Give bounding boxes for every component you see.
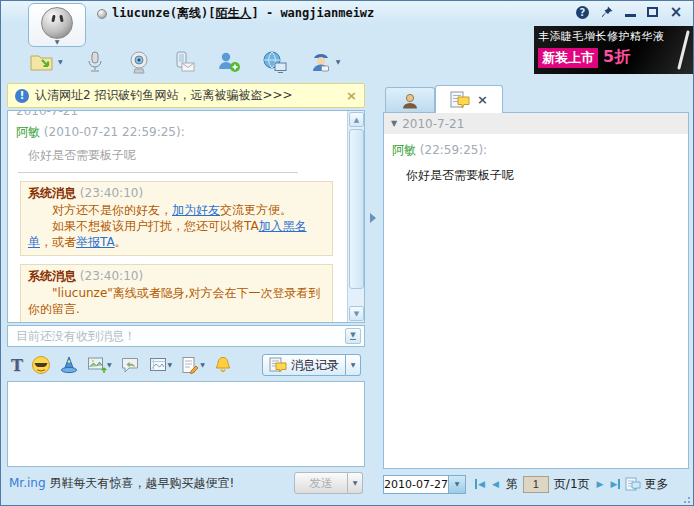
add-as-friend-link[interactable]: 加为好友 xyxy=(172,203,220,217)
system-message-box-2: 系统消息 (23:40:10) "liucunze"离线或者隐身,对方会在下一次… xyxy=(20,264,333,322)
voice-chat-button[interactable] xyxy=(78,47,112,77)
magic-hat-icon xyxy=(59,355,79,375)
send-picture-icon xyxy=(87,355,107,375)
message-history-button[interactable]: 消息记录 ▼ xyxy=(262,354,361,376)
message-separator xyxy=(18,172,298,173)
system-message-box-1: 系统消息 (23:40:10) 对方还不是你的好友，加为好友交流更方便。 如果不… xyxy=(20,181,333,256)
splitter-expand-icon[interactable] xyxy=(370,213,376,223)
send-file-button[interactable]: ▼ xyxy=(23,47,69,77)
scroll-up-icon[interactable]: ▲ xyxy=(349,112,364,127)
screenshot-dropdown-icon[interactable]: ▼ xyxy=(168,362,173,368)
title-bar[interactable]: liucunze(离线)[陌生人] - wangjianmeiwz ? × xyxy=(1,1,693,25)
report-ta-link[interactable]: 举报TA xyxy=(76,235,115,249)
report-dropdown-icon[interactable]: ▼ xyxy=(336,59,341,65)
message-history-icon xyxy=(269,357,287,373)
ad-banner-line1: 丰添睫毛增长修护精华液 xyxy=(538,29,690,44)
note-pen-icon xyxy=(180,355,200,375)
resize-grip[interactable] xyxy=(680,493,690,503)
avatar-dropdown-icon[interactable]: ▼ xyxy=(55,39,60,45)
ad-banner-discount: 5折 xyxy=(603,47,630,68)
scrollbar-thumb[interactable] xyxy=(349,129,364,289)
avatar-image xyxy=(41,7,73,39)
message-input[interactable] xyxy=(7,381,365,467)
scroll-to-bottom-button[interactable]: ▼ xyxy=(345,328,361,344)
history-view-panel: ▼ 2010-7-21 阿敏 (22:59:25): 你好是否需要板子呢 xyxy=(383,112,689,469)
message-history-label: 消息记录 xyxy=(291,357,339,374)
message-time: (2010-07-21 22:59:25): xyxy=(44,125,185,139)
scroll-down-icon[interactable]: ▼ xyxy=(349,306,364,321)
system-message-title: 系统消息 xyxy=(28,269,76,283)
chat-history-panel: 2010-7-21 阿敏 (2010-07-21 22:59:25): 你好是否… xyxy=(7,110,365,323)
notice-close-icon[interactable]: × xyxy=(346,88,357,103)
title-text-suffix: ] - wangjianmeiwz xyxy=(251,6,374,20)
report-user-button[interactable]: ▼ xyxy=(303,47,347,77)
video-chat-button[interactable] xyxy=(121,47,157,77)
history-pagination-bar: 2010-07-27 ▼ ◀ ◀ 第 页/1页 ▶ ▶ 更多 xyxy=(383,472,689,496)
panel-splitter[interactable] xyxy=(367,83,380,495)
last-page-icon[interactable]: ▶ xyxy=(608,479,620,489)
next-page-icon[interactable]: ▶ xyxy=(595,479,606,489)
history-date-header[interactable]: ▼ 2010-7-21 xyxy=(384,113,688,134)
buddy-avatar[interactable]: ▼ xyxy=(28,3,86,47)
page-number-input[interactable] xyxy=(523,476,549,493)
send-picture-button[interactable]: ▼ xyxy=(87,355,112,375)
message-time: (22:59:25): xyxy=(420,143,487,157)
security-notice-bar[interactable]: ! 认清网址2 招识破钓鱼网站，远离被骗被盗>>> × xyxy=(7,83,365,108)
date-dropdown-icon[interactable]: ▼ xyxy=(449,475,466,494)
minimize-icon[interactable] xyxy=(625,8,636,17)
emoticon-button[interactable] xyxy=(31,355,51,375)
bottom-ad-link[interactable]: Mr.ing xyxy=(9,476,46,490)
pin-icon[interactable] xyxy=(600,5,614,19)
system-text: ，或者 xyxy=(40,235,76,249)
emoticon-icon xyxy=(31,355,51,375)
notice-text[interactable]: 认清网址2 招识破钓鱼网站，远离被骗被盗>>> xyxy=(35,87,340,104)
bell-icon xyxy=(213,355,233,375)
tab-close-icon[interactable]: × xyxy=(477,92,488,107)
send-sms-button[interactable] xyxy=(166,47,202,77)
history-date-select[interactable]: 2010-07-27 ▼ xyxy=(383,475,466,494)
remote-desktop-button[interactable] xyxy=(256,47,294,77)
more-history-label: 更多 xyxy=(644,476,668,493)
system-message-time: (23:40:10) xyxy=(80,269,143,283)
send-picture-dropdown-icon[interactable]: ▼ xyxy=(107,362,112,368)
status-text: 目前还没有收到消息！ xyxy=(16,328,345,345)
ad-banner-badge: 新装上市 xyxy=(538,48,598,68)
chat-scrollbar[interactable]: ▲ ▼ xyxy=(347,111,364,322)
history-date-value[interactable]: 2010-07-27 xyxy=(383,475,449,494)
quick-reply-icon xyxy=(120,355,140,375)
screenshot-button[interactable]: ▼ xyxy=(148,355,173,375)
offline-status-icon xyxy=(97,9,107,19)
tab-message-history[interactable]: × xyxy=(435,85,503,113)
maximize-icon[interactable] xyxy=(647,7,658,17)
add-friend-button[interactable] xyxy=(211,47,247,77)
more-history-button[interactable]: 更多 xyxy=(625,476,668,493)
system-text: 交流更方便。 xyxy=(220,203,292,217)
scroll-to-bottom-icon: ▼ xyxy=(350,332,355,340)
first-page-icon[interactable]: ◀ xyxy=(475,479,487,489)
send-file-dropdown-icon[interactable]: ▼ xyxy=(58,59,63,65)
system-message-time: (23:40:10) xyxy=(80,186,143,200)
input-mode-button[interactable]: ▼ xyxy=(180,355,205,375)
history-date-clipped: 2010-7-21 xyxy=(16,111,347,118)
close-icon[interactable]: × xyxy=(669,5,683,19)
history-tab-icon xyxy=(450,91,470,109)
help-icon[interactable]: ? xyxy=(576,6,589,19)
input-mode-dropdown-icon[interactable]: ▼ xyxy=(200,362,205,368)
system-text: "liucunze"离线或者隐身,对方会在下一次登录看到你的留言. xyxy=(28,285,325,317)
message-history-dropdown-icon[interactable]: ▼ xyxy=(346,354,361,376)
history-date-label: 2010-7-21 xyxy=(402,117,464,131)
ad-banner[interactable]: 丰添睫毛增长修护精华液 新装上市 5折 xyxy=(534,26,694,74)
tab-profile[interactable] xyxy=(385,87,435,113)
profile-person-icon xyxy=(400,91,420,111)
prev-page-icon[interactable]: ◀ xyxy=(490,479,501,489)
font-style-button[interactable]: T xyxy=(11,356,23,375)
bottom-ad-text[interactable]: 男鞋每天有惊喜，越早购买越便宜! xyxy=(50,475,294,492)
send-dropdown-icon[interactable]: ▼ xyxy=(348,472,363,494)
system-text: 。 xyxy=(115,235,127,249)
shake-window-button[interactable] xyxy=(213,355,233,375)
send-button[interactable]: 发送 xyxy=(294,472,348,494)
magic-expression-button[interactable] xyxy=(59,355,79,375)
quick-reply-button[interactable] xyxy=(120,355,140,375)
input-toolbar: T ▼ xyxy=(7,351,365,379)
main-toolbar: ▼ xyxy=(23,47,355,77)
